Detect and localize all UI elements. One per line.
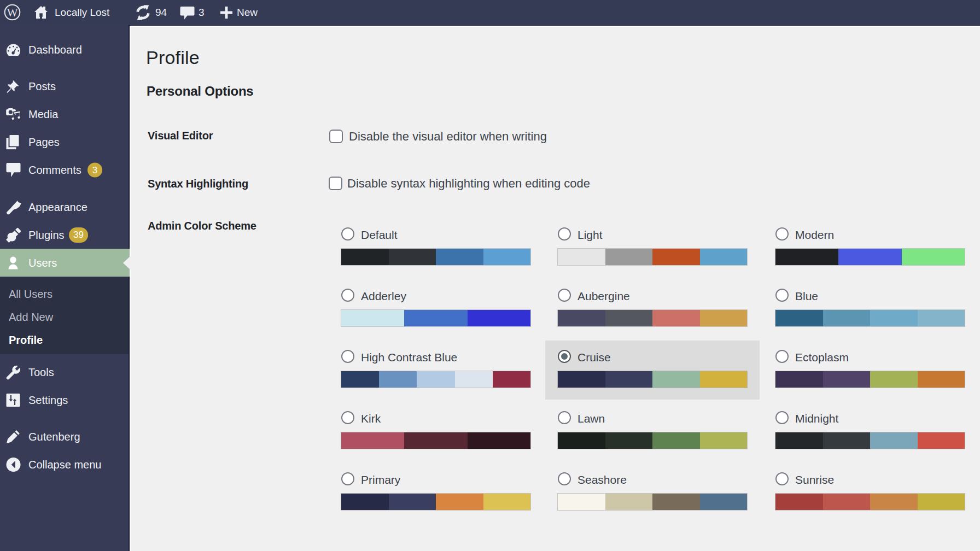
svg-text:W: W <box>7 6 18 19</box>
